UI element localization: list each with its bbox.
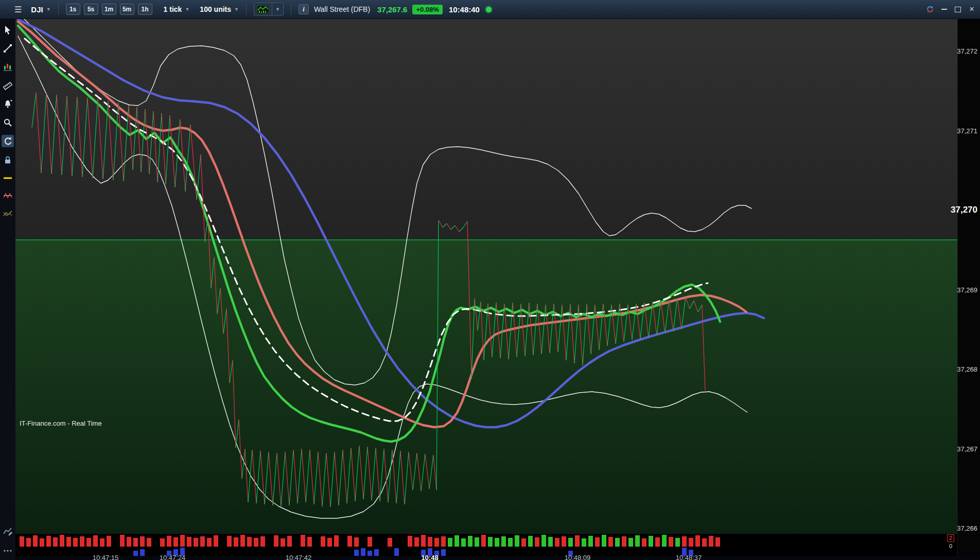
- indicator-red-icon[interactable]: [2, 189, 14, 202]
- time-tick-label: 10:48:09: [565, 554, 591, 560]
- volume-bars: [20, 535, 720, 556]
- divider: [58, 4, 59, 15]
- color-marker-icon[interactable]: [2, 172, 14, 184]
- timeframe-1m[interactable]: 1m: [102, 4, 116, 15]
- watermark: IT-Finance.com - Real Time: [20, 419, 102, 427]
- chart-type-control: ▼: [254, 3, 284, 16]
- time-tick-label: 10:48: [421, 554, 438, 560]
- top-toolbar: ☰ DJI ▼ 1s5s1m5m1h 1 tick ▼ 100 units ▼: [0, 0, 980, 19]
- minimize-icon[interactable]: [940, 5, 948, 13]
- instrument-name: Wall Street (DFB): [314, 5, 370, 13]
- timeframe-5m[interactable]: 5m: [120, 4, 134, 15]
- divider: [291, 4, 291, 15]
- symbol-label: DJI: [31, 5, 43, 14]
- zoom-icon[interactable]: [2, 116, 14, 129]
- close-icon[interactable]: ×: [968, 5, 976, 13]
- lock-icon[interactable]: [2, 154, 14, 166]
- indicator-green-icon[interactable]: [2, 208, 14, 220]
- menu-icon[interactable]: ☰: [14, 5, 22, 14]
- connection-status-dot: [486, 7, 492, 12]
- time-tick-label: 10:48:37: [676, 554, 702, 560]
- timeframe-1s[interactable]: 1s: [66, 4, 80, 15]
- cursor-icon[interactable]: [2, 24, 14, 36]
- last-price: 37,267.6: [377, 5, 407, 14]
- chart-type-dropdown[interactable]: ▼: [272, 3, 283, 15]
- chart-canvas[interactable]: [0, 0, 980, 560]
- timeframe-5s[interactable]: 5s: [84, 4, 98, 15]
- more-icon[interactable]: [2, 545, 14, 557]
- divider: [246, 4, 247, 15]
- annotate-icon[interactable]: [2, 525, 14, 537]
- time-tick-label: 10:47:42: [286, 554, 312, 560]
- ruler-icon[interactable]: [2, 79, 14, 92]
- time-tick-label: 10:47:24: [160, 554, 186, 560]
- units-label: 100 units: [200, 5, 231, 13]
- info-icon[interactable]: i: [299, 4, 309, 14]
- chevron-down-icon: ▼: [185, 7, 189, 12]
- alert-bell-icon[interactable]: [2, 98, 14, 110]
- timeframe-1h[interactable]: 1h: [138, 4, 152, 15]
- trendline-icon[interactable]: [2, 42, 14, 55]
- clock: 10:48:40: [449, 5, 480, 14]
- units-dropdown[interactable]: 100 units ▼: [200, 5, 239, 13]
- time-tick-label: 10:47:15: [93, 554, 119, 560]
- chevron-down-icon: ▼: [234, 7, 239, 12]
- chevron-down-icon: ▼: [275, 7, 280, 12]
- window-controls: ×: [926, 5, 976, 13]
- tick-size-label: 1 tick: [164, 5, 182, 13]
- volume-scale-min: 0: [949, 543, 952, 549]
- timeframe-group: 1s5s1m5m1h: [66, 4, 152, 15]
- volume-scale-max: 2: [947, 534, 954, 542]
- change-badge: +0.08%: [412, 5, 442, 14]
- symbol-dropdown[interactable]: DJI ▼: [31, 5, 50, 14]
- left-tool-rail: [0, 19, 15, 560]
- chart-style-icon[interactable]: [2, 61, 14, 73]
- chevron-down-icon: ▼: [46, 7, 51, 12]
- tick-size-dropdown[interactable]: 1 tick ▼: [164, 5, 190, 13]
- undo-icon[interactable]: [2, 135, 14, 147]
- sync-icon[interactable]: [926, 5, 934, 13]
- price-series: [15, 13, 957, 518]
- chart-type-icon[interactable]: [254, 5, 272, 14]
- maximize-icon[interactable]: [954, 5, 962, 13]
- trading-app: 37,27237,27137,27037,26937,26837,26737,2…: [0, 0, 980, 560]
